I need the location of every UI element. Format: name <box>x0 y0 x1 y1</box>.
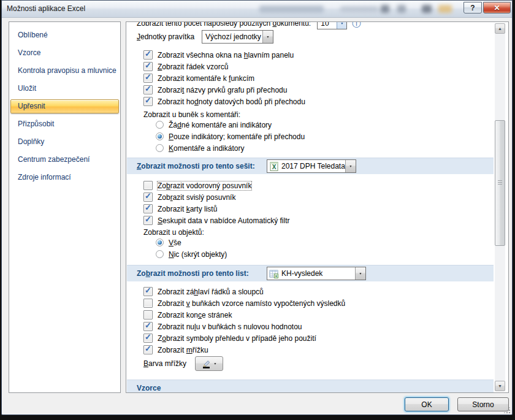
checkbox-row-autofilter-grouping[interactable]: Seskupit data v nabídce Automatický filt… <box>143 215 289 226</box>
radio-row-no-comments[interactable]: Žádné komentáře ani indikátory <box>156 119 272 131</box>
checkbox-row-horizontal-scrollbar[interactable]: Zobrazit vodorovný posuvník <box>143 180 251 191</box>
storno-button[interactable]: Storno <box>457 397 509 411</box>
checkbox-row-function-tooltips[interactable]: Zobrazit komentáře k funkcím <box>143 72 254 84</box>
checkbox-label: Zobrazit všechna okna na hlavním panelu <box>158 51 294 59</box>
ruler-units-combo[interactable]: Výchozí jednotky <box>202 30 273 44</box>
checkbox-icon <box>143 334 153 343</box>
radio-row-hide-objects[interactable]: Nic (skrýt objekty) <box>156 248 227 260</box>
sidebar-nav: Oblíbené Vzorce Kontrola pravopisu a mlu… <box>9 21 121 393</box>
chevron-down-icon[interactable] <box>262 31 273 43</box>
sidebar-item-label: Zdroje informací <box>18 173 71 181</box>
checkbox-row-gridlines[interactable]: Zobrazit mřížku <box>143 344 208 356</box>
scrollbar-thumb[interactable] <box>495 120 505 246</box>
checkbox-icon <box>143 216 153 225</box>
formulas-section-title: Vzorce <box>137 384 161 392</box>
radio-row-all-objects[interactable]: Vše <box>156 237 181 248</box>
workbook-section-title: Zobrazit možnosti pro tento sešit: <box>137 162 255 170</box>
radio-label: Žádné komentáře ani indikátory <box>169 121 272 129</box>
checkbox-label: Zobrazit záhlaví řádků a sloupců <box>158 288 264 296</box>
checkbox-row-page-breaks[interactable]: Zobrazit konce stránek <box>143 309 232 321</box>
gridline-color-row: Barva mřížky ▼ <box>143 356 223 372</box>
blurred-background <box>381 5 389 13</box>
blurred-background <box>397 5 406 13</box>
radio-label: Pouze indikátory; komentáře při přechodu <box>169 132 305 141</box>
help-button[interactable]: ? <box>464 2 482 13</box>
sidebar-item-zdroje-informaci[interactable]: Zdroje informací <box>10 170 119 185</box>
sidebar-item-vzorce[interactable]: Vzorce <box>10 46 119 60</box>
radio-icon <box>156 250 164 258</box>
radio-label: Vše <box>169 239 181 247</box>
sidebar-item-prizpusobit[interactable]: Přizpůsobit <box>10 117 119 131</box>
checkbox-icon <box>143 50 153 59</box>
gridline-color-button[interactable]: ▼ <box>195 356 223 371</box>
checkbox-row-windows-taskbar[interactable]: Zobrazit všechna okna na hlavním panelu <box>143 49 294 61</box>
radio-row-comments-and-indicators[interactable]: Komentáře a indikátory <box>156 142 244 154</box>
recent-documents-label: Zobrazit tento počet naposledy použitých… <box>137 21 311 28</box>
checkbox-row-vertical-scrollbar[interactable]: Zobrazit svislý posuvník <box>143 191 235 203</box>
sidebar-item-kontrola-pravopisu[interactable]: Kontrola pravopisu a mluvnice <box>10 64 119 78</box>
checkbox-row-chart-element-names[interactable]: Zobrazit názvy prvků grafu při přechodu <box>143 84 287 96</box>
radio-label: Nic (skrýt objekty) <box>169 250 227 259</box>
checkbox-icon <box>143 345 153 354</box>
checkbox-label: Zobrazit symboly přehledu v případě jeho… <box>158 334 316 343</box>
vertical-scrollbar[interactable] <box>495 23 505 391</box>
checkbox-icon <box>143 322 153 331</box>
recent-documents-spinner[interactable]: 10 <box>317 21 347 29</box>
blurred-background <box>259 6 324 13</box>
chevron-down-icon[interactable] <box>337 21 346 29</box>
checkbox-icon <box>143 310 153 319</box>
checkbox-row-data-point-values[interactable]: Zobrazit hodnoty datových bodů při přech… <box>143 96 305 107</box>
sheet-section-title: Zobrazit možnosti pro tento list: <box>137 269 249 278</box>
chevron-down-icon[interactable] <box>345 160 356 172</box>
sidebar-item-label: Kontrola pravopisu a mluvnice <box>18 66 116 75</box>
sidebar-item-oblibene[interactable]: Oblíbené <box>10 28 119 42</box>
resize-grip[interactable] <box>503 406 511 414</box>
worksheet-icon: x <box>269 269 278 278</box>
checkbox-label: Zobrazit karty listů <box>158 205 217 213</box>
dialog-titlebar[interactable]: Možnosti aplikace Excel ? ✕ <box>2 1 512 18</box>
checkbox-icon <box>143 85 153 94</box>
checkbox-row-outline-symbols[interactable]: Zobrazit symboly přehledu v případě jeho… <box>143 332 316 344</box>
checkbox-icon <box>143 193 153 202</box>
sidebar-item-label: Přizpůsobit <box>18 120 54 128</box>
checkbox-icon <box>143 62 153 71</box>
workbook-combo[interactable]: X 2017 DPH Teledata ... <box>267 159 356 173</box>
sheet-combo[interactable]: x KH-vysledek <box>267 267 366 280</box>
chevron-down-icon[interactable] <box>355 267 365 280</box>
checkbox-icon <box>143 204 153 213</box>
formulas-section-header: Vzorce <box>127 380 494 393</box>
screen: Možnosti aplikace Excel ? ✕ Oblíbené Vzo… <box>0 0 515 420</box>
checkbox-label: Zobrazit mřížku <box>158 346 208 354</box>
workbook-section-header: Zobrazit možnosti pro tento sešit: X 201… <box>127 158 494 174</box>
sidebar-item-label: Centrum zabezpečení <box>18 155 90 164</box>
ok-button[interactable]: OK <box>405 397 449 411</box>
checkbox-label: Zobrazit konce stránek <box>158 311 232 319</box>
sidebar-item-doplnky[interactable]: Doplňky <box>10 135 119 149</box>
radio-icon <box>156 132 164 140</box>
checkbox-row-show-zeros[interactable]: Zobrazit nulu v buňkách s nulovou hodnot… <box>143 321 302 332</box>
recent-documents-row: Zobrazit tento počet naposledy použitých… <box>137 21 360 29</box>
workbook-combo-value: 2017 DPH Teledata ... <box>278 162 345 170</box>
checkbox-row-sheet-tabs[interactable]: Zobrazit karty listů <box>143 203 217 215</box>
sheet-combo-value: KH-vysledek <box>278 269 355 278</box>
scroll-up-arrow[interactable] <box>495 23 505 34</box>
dialog-title: Možnosti aplikace Excel <box>7 4 85 13</box>
checkbox-icon <box>143 299 153 308</box>
checkbox-row-row-column-headers[interactable]: Zobrazit záhlaví řádků a sloupců <box>143 286 264 297</box>
radio-icon <box>156 144 164 152</box>
sidebar-item-centrum-zabezpeceni[interactable]: Centrum zabezpečení <box>10 153 119 167</box>
close-button[interactable]: ✕ <box>483 2 511 13</box>
sidebar-item-upresnit[interactable]: Upřesnit <box>10 99 119 113</box>
checkbox-row-formula-bar[interactable]: Zobrazit řádek vzorců <box>143 61 228 72</box>
gridline-color-label: Barva mřížky <box>143 359 186 368</box>
blurred-background <box>438 5 452 13</box>
blurred-background <box>422 5 432 13</box>
radio-row-indicators-only[interactable]: Pouze indikátory; komentáře při přechodu <box>156 131 305 142</box>
svg-text:X: X <box>272 164 277 170</box>
checkbox-row-show-formulas[interactable]: Zobrazit v buňkách vzorce namísto vypočt… <box>143 297 345 309</box>
info-icon[interactable]: ⓘ <box>352 21 360 28</box>
sidebar-item-ulozit[interactable]: Uložit <box>10 82 119 96</box>
spinner-value: 10 <box>318 21 337 29</box>
scroll-down-arrow[interactable] <box>495 381 505 391</box>
ruler-units-label: Jednotky pravítka <box>137 32 194 41</box>
